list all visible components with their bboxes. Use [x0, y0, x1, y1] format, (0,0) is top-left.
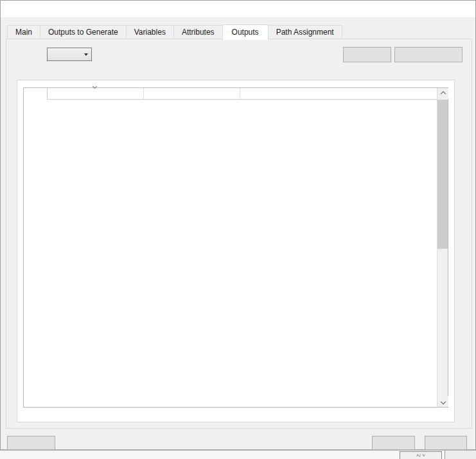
help-button[interactable]	[7, 436, 55, 450]
scrollbar-thumb[interactable]	[437, 100, 448, 249]
connections-table	[23, 87, 448, 408]
tab-outputs[interactable]: Outputs	[222, 24, 269, 40]
tab-path-assignment[interactable]: Path Assignment	[268, 25, 342, 39]
close-button[interactable]	[454, 3, 471, 16]
tab-outputs-to-generate[interactable]: Outputs to Generate	[40, 25, 127, 39]
create-traffic-state-button[interactable]	[394, 47, 463, 62]
tab-variables[interactable]: Variables	[126, 25, 174, 39]
chevron-down-icon	[440, 399, 445, 404]
vertical-scrollbar[interactable]	[437, 88, 448, 407]
background-window-strip: ˄/ ˅	[0, 450, 476, 459]
corner-header-cell	[24, 88, 48, 100]
tab-main[interactable]: Main	[7, 25, 40, 39]
column-header-assigned-volume[interactable]	[48, 88, 144, 100]
copy-button[interactable]	[343, 47, 391, 62]
title-bar	[1, 1, 475, 18]
table-header	[24, 88, 448, 100]
tab-attributes[interactable]: Attributes	[173, 25, 223, 39]
chevron-up-icon	[440, 91, 445, 96]
chevron-down-icon	[84, 53, 88, 56]
static-assignment-dialog: MainOutputs to GenerateVariablesAttribut…	[0, 0, 476, 450]
help-title-button[interactable]	[428, 3, 441, 16]
user-class-select[interactable]	[47, 48, 92, 61]
screen: MainOutputs to GenerateVariablesAttribut…	[0, 0, 476, 459]
scroll-up-button[interactable]	[437, 88, 448, 99]
sort-descending-icon	[92, 84, 96, 89]
background-window-fragment-2	[445, 451, 476, 459]
column-header-cost[interactable]	[144, 88, 240, 100]
scroll-down-button[interactable]	[437, 396, 448, 407]
cancel-button[interactable]	[425, 436, 467, 450]
ok-button[interactable]	[372, 436, 415, 450]
connections-tab-pane	[17, 80, 455, 422]
background-window-fragment: ˄/ ˅	[400, 451, 442, 459]
main-tab-bar: MainOutputs to GenerateVariablesAttribut…	[7, 24, 342, 39]
column-header-flow[interactable]	[240, 88, 438, 100]
